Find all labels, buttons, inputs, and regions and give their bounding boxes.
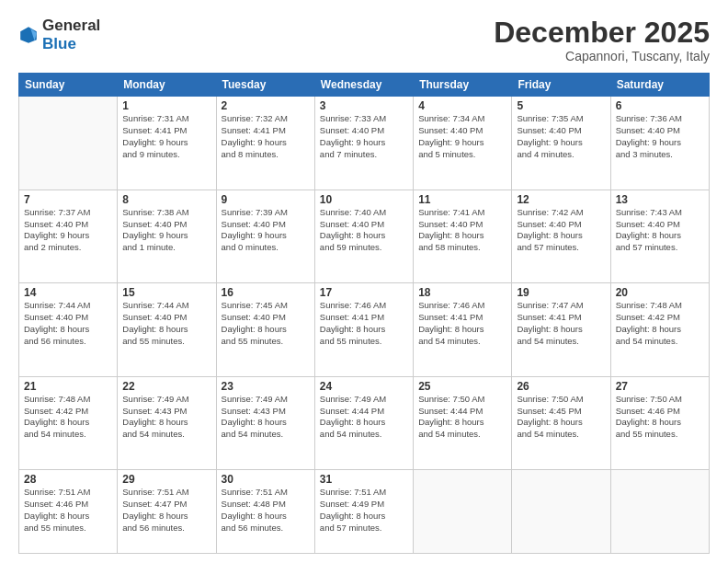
calendar-week-row: 7Sunrise: 7:37 AM Sunset: 4:40 PM Daylig… (19, 190, 710, 283)
calendar-table: SundayMondayTuesdayWednesdayThursdayFrid… (18, 73, 710, 554)
weekday-header: Sunday (19, 74, 118, 97)
location-subtitle: Capannori, Tuscany, Italy (494, 49, 710, 63)
day-number: 26 (517, 380, 605, 393)
calendar-week-row: 1Sunrise: 7:31 AM Sunset: 4:41 PM Daylig… (19, 97, 710, 190)
day-info: Sunrise: 7:50 AM Sunset: 4:46 PM Dayligh… (616, 394, 704, 441)
day-info: Sunrise: 7:40 AM Sunset: 4:40 PM Dayligh… (320, 207, 408, 254)
day-info: Sunrise: 7:36 AM Sunset: 4:40 PM Dayligh… (616, 113, 704, 160)
calendar-cell: 4Sunrise: 7:34 AM Sunset: 4:40 PM Daylig… (414, 97, 512, 190)
day-info: Sunrise: 7:46 AM Sunset: 4:41 PM Dayligh… (418, 300, 506, 347)
calendar-cell: 29Sunrise: 7:51 AM Sunset: 4:47 PM Dayli… (118, 470, 216, 554)
calendar-cell (19, 97, 118, 190)
day-number: 24 (320, 380, 408, 393)
day-info: Sunrise: 7:47 AM Sunset: 4:41 PM Dayligh… (517, 300, 605, 347)
day-info: Sunrise: 7:44 AM Sunset: 4:40 PM Dayligh… (122, 300, 210, 347)
calendar-cell: 31Sunrise: 7:51 AM Sunset: 4:49 PM Dayli… (314, 470, 413, 554)
day-number: 23 (222, 380, 310, 393)
calendar-cell: 27Sunrise: 7:50 AM Sunset: 4:46 PM Dayli… (610, 376, 709, 470)
calendar-week-row: 21Sunrise: 7:48 AM Sunset: 4:42 PM Dayli… (19, 376, 710, 470)
day-info: Sunrise: 7:34 AM Sunset: 4:40 PM Dayligh… (418, 113, 506, 160)
weekday-header: Wednesday (314, 74, 413, 97)
calendar-cell: 20Sunrise: 7:48 AM Sunset: 4:42 PM Dayli… (610, 283, 709, 377)
calendar-cell: 8Sunrise: 7:38 AM Sunset: 4:40 PM Daylig… (118, 190, 216, 283)
day-info: Sunrise: 7:31 AM Sunset: 4:41 PM Dayligh… (122, 113, 210, 160)
calendar-cell: 11Sunrise: 7:41 AM Sunset: 4:40 PM Dayli… (414, 190, 512, 283)
day-number: 15 (122, 286, 210, 299)
day-info: Sunrise: 7:48 AM Sunset: 4:42 PM Dayligh… (616, 300, 704, 347)
day-info: Sunrise: 7:38 AM Sunset: 4:40 PM Dayligh… (122, 207, 210, 254)
day-info: Sunrise: 7:51 AM Sunset: 4:49 PM Dayligh… (320, 487, 408, 534)
day-number: 1 (122, 99, 210, 112)
calendar-cell: 21Sunrise: 7:48 AM Sunset: 4:42 PM Dayli… (19, 376, 118, 470)
day-number: 31 (320, 473, 408, 486)
day-number: 28 (24, 473, 112, 486)
calendar-cell: 2Sunrise: 7:32 AM Sunset: 4:41 PM Daylig… (216, 97, 314, 190)
calendar-cell: 18Sunrise: 7:46 AM Sunset: 4:41 PM Dayli… (414, 283, 512, 377)
day-info: Sunrise: 7:46 AM Sunset: 4:41 PM Dayligh… (320, 300, 408, 347)
day-info: Sunrise: 7:49 AM Sunset: 4:43 PM Dayligh… (222, 394, 310, 441)
day-info: Sunrise: 7:39 AM Sunset: 4:40 PM Dayligh… (222, 207, 310, 254)
day-number: 10 (320, 193, 408, 206)
day-info: Sunrise: 7:50 AM Sunset: 4:44 PM Dayligh… (418, 394, 506, 441)
day-info: Sunrise: 7:42 AM Sunset: 4:40 PM Dayligh… (517, 207, 605, 254)
weekday-header: Monday (118, 74, 216, 97)
day-number: 18 (418, 286, 506, 299)
day-number: 2 (222, 99, 310, 112)
day-number: 16 (222, 286, 310, 299)
calendar-cell: 25Sunrise: 7:50 AM Sunset: 4:44 PM Dayli… (414, 376, 512, 470)
calendar-cell: 16Sunrise: 7:45 AM Sunset: 4:40 PM Dayli… (216, 283, 314, 377)
logo: General Blue (18, 17, 100, 52)
calendar-cell: 10Sunrise: 7:40 AM Sunset: 4:40 PM Dayli… (314, 190, 413, 283)
weekday-header: Saturday (610, 74, 709, 97)
calendar-cell: 6Sunrise: 7:36 AM Sunset: 4:40 PM Daylig… (610, 97, 709, 190)
day-number: 3 (320, 99, 408, 112)
day-info: Sunrise: 7:51 AM Sunset: 4:46 PM Dayligh… (24, 487, 112, 534)
day-info: Sunrise: 7:49 AM Sunset: 4:43 PM Dayligh… (122, 394, 210, 441)
day-number: 14 (24, 286, 112, 299)
calendar-cell: 13Sunrise: 7:43 AM Sunset: 4:40 PM Dayli… (610, 190, 709, 283)
calendar-cell (414, 470, 512, 554)
day-info: Sunrise: 7:35 AM Sunset: 4:40 PM Dayligh… (517, 113, 605, 160)
header: General Blue December 2025 Capannori, Tu… (18, 17, 710, 63)
day-info: Sunrise: 7:51 AM Sunset: 4:48 PM Dayligh… (222, 487, 310, 534)
calendar-cell: 17Sunrise: 7:46 AM Sunset: 4:41 PM Dayli… (314, 283, 413, 377)
day-number: 27 (616, 380, 704, 393)
calendar-week-row: 14Sunrise: 7:44 AM Sunset: 4:40 PM Dayli… (19, 283, 710, 377)
weekday-header: Thursday (414, 74, 512, 97)
calendar-cell: 9Sunrise: 7:39 AM Sunset: 4:40 PM Daylig… (216, 190, 314, 283)
calendar-cell (610, 470, 709, 554)
day-number: 17 (320, 286, 408, 299)
day-info: Sunrise: 7:45 AM Sunset: 4:40 PM Dayligh… (222, 300, 310, 347)
day-info: Sunrise: 7:44 AM Sunset: 4:40 PM Dayligh… (24, 300, 112, 347)
day-info: Sunrise: 7:32 AM Sunset: 4:41 PM Dayligh… (222, 113, 310, 160)
day-info: Sunrise: 7:43 AM Sunset: 4:40 PM Dayligh… (616, 207, 704, 254)
day-number: 13 (616, 193, 704, 206)
logo-icon (18, 25, 39, 45)
day-info: Sunrise: 7:51 AM Sunset: 4:47 PM Dayligh… (122, 487, 210, 534)
day-number: 22 (122, 380, 210, 393)
calendar-cell: 24Sunrise: 7:49 AM Sunset: 4:44 PM Dayli… (314, 376, 413, 470)
calendar-cell: 26Sunrise: 7:50 AM Sunset: 4:45 PM Dayli… (512, 376, 610, 470)
day-number: 9 (222, 193, 310, 206)
day-info: Sunrise: 7:48 AM Sunset: 4:42 PM Dayligh… (24, 394, 112, 441)
day-number: 19 (517, 286, 605, 299)
day-number: 21 (24, 380, 112, 393)
day-number: 4 (418, 99, 506, 112)
calendar-cell (512, 470, 610, 554)
weekday-header: Tuesday (216, 74, 314, 97)
day-number: 5 (517, 99, 605, 112)
calendar-week-row: 28Sunrise: 7:51 AM Sunset: 4:46 PM Dayli… (19, 470, 710, 554)
calendar-cell: 15Sunrise: 7:44 AM Sunset: 4:40 PM Dayli… (118, 283, 216, 377)
day-number: 12 (517, 193, 605, 206)
day-info: Sunrise: 7:50 AM Sunset: 4:45 PM Dayligh… (517, 394, 605, 441)
day-number: 7 (24, 193, 112, 206)
calendar-cell: 7Sunrise: 7:37 AM Sunset: 4:40 PM Daylig… (19, 190, 118, 283)
month-title: December 2025 (494, 17, 710, 49)
calendar-cell: 5Sunrise: 7:35 AM Sunset: 4:40 PM Daylig… (512, 97, 610, 190)
calendar-cell: 12Sunrise: 7:42 AM Sunset: 4:40 PM Dayli… (512, 190, 610, 283)
calendar-cell: 3Sunrise: 7:33 AM Sunset: 4:40 PM Daylig… (314, 97, 413, 190)
calendar-cell: 30Sunrise: 7:51 AM Sunset: 4:48 PM Dayli… (216, 470, 314, 554)
day-number: 8 (122, 193, 210, 206)
day-info: Sunrise: 7:49 AM Sunset: 4:44 PM Dayligh… (320, 394, 408, 441)
day-number: 20 (616, 286, 704, 299)
